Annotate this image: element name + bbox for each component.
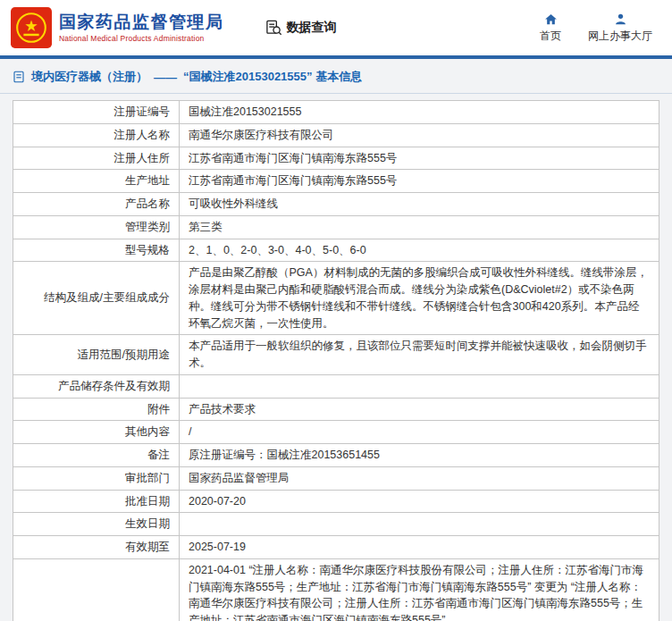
row-label: 有效期至: [13, 536, 180, 559]
top-nav: 首页 网上办事大厅: [540, 13, 658, 44]
row-label: 产品储存条件及有效期: [13, 374, 180, 398]
row-value: 2025-07-19: [180, 536, 659, 559]
row-value: 产品技术要求: [180, 398, 659, 421]
table-row: 管理类别 第三类: [13, 215, 659, 239]
table-row: 注册证编号 国械注准20153021555: [13, 101, 659, 124]
nav-online-hall-label: 网上办事大厅: [588, 29, 652, 44]
row-label: 备注: [13, 444, 180, 467]
brand-text: 国家药品监督管理局 National Medical Products Admi…: [59, 13, 224, 44]
row-value: [180, 513, 659, 536]
document-icon: [13, 71, 25, 83]
data-query-label: 数据查询: [287, 20, 337, 36]
row-label: 注册人名称: [13, 123, 180, 147]
row-label: 适用范围/预期用途: [13, 335, 180, 375]
row-value: 南通华尔康医疗科技有限公司: [180, 123, 659, 147]
row-value: 2020-07-20: [180, 490, 659, 513]
row-label: 审批部门: [13, 466, 180, 490]
row-value: /: [180, 421, 659, 444]
table-row: 备注 原注册证编号：国械注准20153651455: [13, 444, 659, 467]
row-value: 可吸收性外科缝线: [180, 193, 659, 216]
row-value: 国家药品监督管理局: [180, 466, 659, 490]
row-label: 生产地址: [13, 170, 180, 193]
row-label: 管理类别: [13, 215, 180, 239]
breadcrumb-category[interactable]: 境内医疗器械（注册）: [31, 69, 147, 85]
row-value: 2、1、0、2-0、3-0、4-0、5-0、6-0: [180, 239, 659, 262]
row-value: 原注册证编号：国械注准20153651455: [180, 444, 659, 467]
breadcrumb: 境内医疗器械（注册） —— “国械注准20153021555” 基本信息: [0, 59, 672, 94]
table-row: 有效期至 2025-07-19: [13, 536, 659, 559]
table-row: 其他内容 /: [13, 421, 659, 444]
table-row: 产品名称 可吸收性外科缝线: [13, 193, 659, 216]
row-value: 国械注准20153021555: [180, 101, 659, 124]
table-row: 型号规格 2、1、0、2-0、3-0、4-0、5-0、6-0: [13, 239, 659, 262]
row-value: 江苏省南通市海门区海门镇南海东路555号: [180, 147, 659, 170]
row-value: [180, 374, 659, 398]
page-title: “国械注准20153021555” 基本信息: [183, 69, 362, 85]
table-row: 结构及组成/主要组成成分 产品是由聚乙醇酸（PGA）材料制成的无菌的多股编织合成…: [13, 262, 659, 335]
table-row: 注册人名称 南通华尔康医疗科技有限公司: [13, 123, 659, 147]
row-label: 变更情况: [13, 558, 180, 621]
row-label: 结构及组成/主要组成成分: [13, 262, 180, 335]
registration-table: 注册证编号 国械注准20153021555 注册人名称 南通华尔康医疗科技有限公…: [13, 100, 659, 621]
row-label: 型号规格: [13, 239, 180, 262]
row-label: 生效日期: [13, 513, 180, 536]
row-label: 注册证编号: [13, 101, 180, 124]
table-row: 产品储存条件及有效期: [13, 374, 659, 398]
table-row: 生产地址 江苏省南通市海门区海门镇南海东路555号: [13, 170, 659, 193]
table-row: 附件 产品技术要求: [13, 398, 659, 421]
org-name-cn: 国家药品监督管理局: [59, 13, 224, 33]
table-row: 审批部门 国家药品监督管理局: [13, 466, 659, 490]
row-value: 江苏省南通市海门区海门镇南海东路555号: [180, 170, 659, 193]
row-value: 本产品适用于一般软组织的修复，且该部位只需要短时间支撑并能被快速吸收，如会阴侧切…: [180, 335, 659, 375]
table-row: 注册人住所 江苏省南通市海门区海门镇南海东路555号: [13, 147, 659, 170]
org-name-en: National Medical Products Administration: [59, 34, 224, 43]
nmpa-emblem-logo: ★: [11, 7, 52, 48]
breadcrumb-dash: ——: [154, 71, 177, 84]
row-value: 产品是由聚乙醇酸（PGA）材料制成的无菌的多股编织合成可吸收性外科缝线。缝线带涂…: [180, 262, 659, 335]
row-label: 其他内容: [13, 421, 180, 444]
nav-online-hall[interactable]: 网上办事大厅: [588, 13, 652, 44]
data-query-link[interactable]: 数据查询: [265, 20, 337, 37]
nav-home[interactable]: 首页: [540, 13, 561, 44]
nav-home-label: 首页: [540, 29, 561, 44]
row-label: 批准日期: [13, 490, 180, 513]
row-value: 第三类: [180, 215, 659, 239]
row-label: 产品名称: [13, 193, 180, 216]
table-row: 批准日期 2020-07-20: [13, 490, 659, 513]
row-label: 附件: [13, 398, 180, 421]
table-row: 适用范围/预期用途 本产品适用于一般软组织的修复，且该部位只需要短时间支撑并能被…: [13, 335, 659, 375]
registration-info: 注册证编号 国械注准20153021555 注册人名称 南通华尔康医疗科技有限公…: [0, 94, 672, 621]
person-icon: [614, 13, 627, 26]
top-header: ★ 国家药品监督管理局 National Medical Products Ad…: [0, 0, 672, 55]
search-document-icon: [265, 20, 282, 37]
table-row: 变更情况 2021-04-01 “注册人名称：南通华尔康医疗科技股份有限公司；注…: [13, 558, 659, 621]
home-icon: [544, 13, 558, 26]
svg-text:★: ★: [24, 17, 38, 35]
brand: ★ 国家药品监督管理局 National Medical Products Ad…: [11, 7, 224, 48]
row-value: 2021-04-01 “注册人名称：南通华尔康医疗科技股份有限公司；注册人住所：…: [180, 558, 659, 621]
row-label: 注册人住所: [13, 147, 180, 170]
table-row: 生效日期: [13, 513, 659, 536]
